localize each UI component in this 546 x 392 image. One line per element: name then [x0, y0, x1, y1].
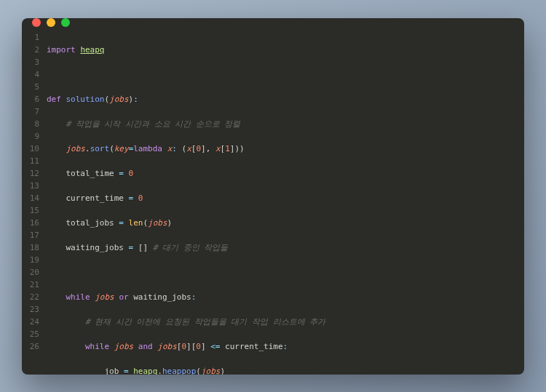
line-number: 15 [22, 204, 39, 217]
line-number: 8 [22, 118, 39, 130]
line-gutter: 1234567891011121314151617181920212223242… [22, 31, 47, 375]
line-number: 26 [22, 340, 39, 353]
kw-import: import [47, 45, 76, 55]
line-number: 6 [22, 93, 39, 105]
editor-window: 1234567891011121314151617181920212223242… [22, 18, 524, 375]
line-number: 12 [22, 167, 39, 180]
fn-solution: solution [66, 95, 105, 104]
line-number: 2 [22, 44, 39, 56]
line-number: 23 [22, 303, 39, 316]
minimize-icon[interactable] [47, 18, 55, 27]
line-number: 25 [22, 328, 39, 340]
line-number: 1 [22, 31, 39, 44]
line-number: 22 [22, 291, 39, 303]
line-number: 10 [22, 143, 39, 155]
line-number: 20 [22, 266, 39, 279]
code-area[interactable]: 1234567891011121314151617181920212223242… [22, 27, 524, 375]
line-number: 5 [22, 81, 39, 93]
line-number: 11 [22, 155, 39, 167]
code-content[interactable]: import heapq def solution(jobs): # 작업을 시… [47, 31, 517, 375]
line-number: 24 [22, 316, 39, 328]
line-number: 7 [22, 105, 39, 118]
maximize-icon[interactable] [61, 18, 70, 27]
line-number: 18 [22, 241, 39, 254]
line-number: 21 [22, 279, 39, 291]
line-number: 16 [22, 217, 39, 229]
line-number: 17 [22, 229, 39, 241]
line-number: 3 [22, 56, 39, 68]
line-number: 14 [22, 192, 39, 204]
line-number: 4 [22, 68, 39, 81]
line-number: 9 [22, 130, 39, 143]
module-heapq: heapq [80, 45, 104, 55]
close-icon[interactable] [32, 18, 41, 27]
line-number: 19 [22, 254, 39, 266]
comment: # 작업을 시작 시간과 소요 시간 순으로 정렬 [66, 119, 241, 129]
titlebar [22, 18, 524, 27]
line-number: 13 [22, 180, 39, 192]
